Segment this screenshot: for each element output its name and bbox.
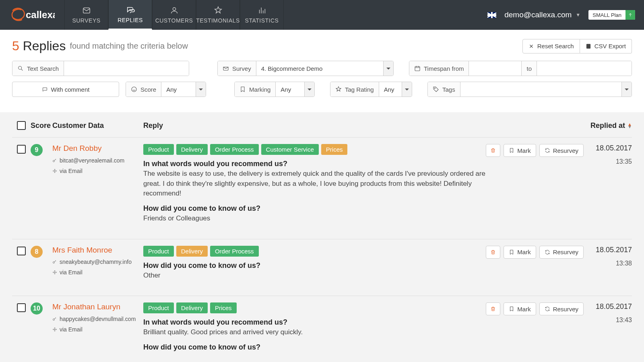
reply-question: How did you come to know of us? [143,261,491,270]
reply-date: 18.05.2017 [584,246,632,254]
customer-via: via Email [52,269,143,276]
plan-label: SMALL Plan [588,12,625,18]
chevron-down-icon[interactable] [383,61,393,76]
tag[interactable]: Delivery [176,144,208,155]
filter-survey[interactable]: Survey 4. Bigcommerce Demo [217,61,394,76]
chevron-down-icon[interactable] [621,82,632,97]
nav-testimonials[interactable]: TESTIMONIALS [196,0,240,30]
table-header: Score Customer Data Reply Replied at [12,121,632,137]
upgrade-icon[interactable] [625,10,635,20]
refresh-icon [545,306,550,312]
account-menu[interactable]: demo@callexa.com ▼ [504,10,580,19]
tag[interactable]: Delivery [176,302,208,313]
key-icon [52,317,57,321]
nav-customers[interactable]: CUSTOMERS [152,0,196,30]
with-comment-label: With comment [51,86,90,93]
filter-marking[interactable]: Marking Any [234,82,315,97]
customer-name[interactable]: Mrs Faith Monroe [52,246,143,255]
resurvey-button[interactable]: Resurvey [539,302,584,315]
col-replied-at[interactable]: Replied at [584,121,632,130]
account-email: demo@callexa.com [504,10,572,19]
calendar-icon [414,65,421,72]
reply-time: 13:35 [584,158,632,165]
resurvey-button[interactable]: Resurvey [539,246,584,259]
nav-surveys[interactable]: SURVEYS [64,0,108,30]
tag[interactable]: Product [143,144,174,155]
delete-button[interactable] [486,246,500,259]
mark-button[interactable]: Mark [504,302,536,315]
col-reply[interactable]: Reply [143,121,491,130]
reset-label: Reset Search [537,43,574,49]
key-icon [52,259,57,264]
reply-count: 5 [12,39,19,53]
tag[interactable]: Order Process [210,144,259,155]
tag[interactable]: Customer Service [261,144,319,155]
tag[interactable]: Product [143,302,174,313]
title-sub: found matching the criteria below [70,41,188,51]
timespan-label: Timespan from [424,65,464,72]
customer-name[interactable]: Mr Jonathan Lauryn [52,302,143,312]
plan-badge[interactable]: SMALL Plan [588,10,635,20]
svg-point-9 [53,319,55,321]
svg-point-5 [132,87,136,92]
mark-button[interactable]: Mark [504,144,536,157]
tags-icon [433,86,439,93]
reset-search-button[interactable]: Reset Search [522,39,580,53]
reply-tags: ProductDeliveryOrder Process [143,246,491,257]
col-score[interactable]: Score [31,121,52,130]
star-icon [335,86,342,93]
filter-tags[interactable]: Tags [427,82,632,97]
brand-logo[interactable]: callexa [0,0,64,30]
tag[interactable]: Delivery [176,246,208,257]
filter-timespan[interactable]: Timespan from to [409,61,632,76]
reply-question: In what words would you recommend us? [143,318,491,327]
tag[interactable]: Order Process [210,246,259,257]
key-icon [52,158,57,163]
resurvey-button[interactable]: Resurvey [539,144,584,157]
table-row: 10Mr Jonathan Laurynhappycakes@devnullma… [12,296,632,362]
tag[interactable]: Prices [321,144,348,155]
filter-tag-rating[interactable]: Tag Rating Any [330,82,412,97]
text-search-input[interactable] [64,61,189,76]
row-checkbox[interactable] [17,145,26,154]
timespan-to-input[interactable] [537,61,632,76]
chevron-down-icon[interactable] [304,82,314,97]
survey-value: 4. Bigcommerce Demo [256,61,383,76]
reply-question: In what words would you recommend us? [143,160,491,168]
export-label: CSV Export [594,43,626,49]
row-checkbox[interactable] [17,247,26,255]
chevron-down-icon[interactable] [196,82,206,97]
search-icon [17,65,24,72]
customer-via: via Email [52,326,143,333]
bookmark-icon [509,306,514,312]
csv-export-button[interactable]: CSV Export [580,39,632,53]
tag[interactable]: Product [143,246,174,257]
filter-score[interactable]: Score Any [126,82,206,97]
nav-statistics[interactable]: STATISTICS [240,0,284,30]
reply-tags: ProductDeliveryOrder ProcessCustomer Ser… [143,144,491,155]
language-flag-icon[interactable] [487,12,496,18]
nav-replies[interactable]: REPLIES [108,0,152,30]
timespan-from-input[interactable] [469,61,521,76]
table-row: 8Mrs Faith Monroesneakybeauty@chammy.inf… [12,239,632,296]
row-checkbox[interactable] [17,303,26,312]
sort-icon [627,123,632,128]
select-all-checkbox[interactable] [17,121,26,130]
customer-email: bitcat@veryrealemail.com [52,157,143,164]
tag[interactable]: Prices [210,302,237,313]
col-customer[interactable]: Customer Data [52,121,143,130]
svg-point-3 [19,66,22,70]
score-badge: 9 [31,144,43,156]
reply-question: How did you come to know of us? [143,204,491,213]
customer-via: via Email [52,168,143,174]
delete-button[interactable] [486,302,500,315]
filter-text-search[interactable]: Text Search [12,61,189,76]
filter-with-comment[interactable]: With comment [12,82,119,97]
customer-name[interactable]: Mr Den Robby [52,144,143,153]
to-label: to [526,65,532,72]
smile-icon [131,86,137,93]
marking-value: Any [276,82,304,97]
chevron-down-icon[interactable] [402,82,412,97]
delete-button[interactable] [486,144,500,157]
mark-button[interactable]: Mark [504,246,536,259]
